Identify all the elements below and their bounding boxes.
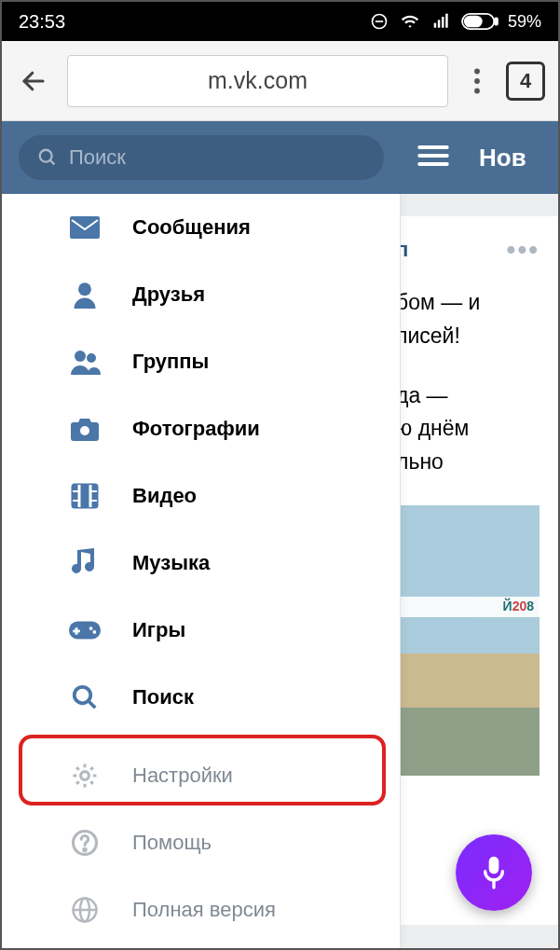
- voice-search-button[interactable]: [456, 834, 532, 911]
- menu-item-games[interactable]: Игры: [2, 597, 400, 664]
- gamepad-icon: [69, 614, 101, 646]
- svg-point-11: [474, 78, 480, 84]
- svg-point-34: [75, 687, 91, 704]
- menu-label: Поиск: [132, 685, 194, 709]
- menu-item-friends[interactable]: Друзья: [2, 261, 400, 328]
- menu-label: Полная версия: [132, 898, 276, 922]
- svg-point-20: [75, 351, 86, 362]
- vk-search-input[interactable]: Поиск: [19, 135, 384, 180]
- menu-label: Видео: [132, 484, 197, 508]
- feed-card-menu[interactable]: •••: [507, 229, 540, 269]
- menu-label: Сообщения: [132, 215, 251, 240]
- menu-item-photos[interactable]: Фотографии: [2, 395, 400, 462]
- menu-divider: [2, 731, 400, 742]
- menu-label: Группы: [132, 350, 209, 374]
- menu-toggle-button[interactable]: [417, 144, 449, 172]
- menu-item-messages[interactable]: Сообщения: [2, 194, 400, 261]
- gear-icon: [69, 760, 101, 792]
- search-icon: [69, 682, 101, 713]
- android-status-bar: 23:53 59%: [2, 2, 558, 41]
- svg-point-33: [93, 630, 97, 634]
- vk-header: Поиск Нов: [2, 121, 558, 194]
- svg-point-12: [474, 88, 480, 93]
- person-icon: [69, 279, 101, 310]
- svg-point-21: [87, 353, 96, 363]
- browser-url-bar[interactable]: m.vk.com: [67, 55, 448, 107]
- menu-item-music[interactable]: Музыка: [2, 530, 400, 597]
- menu-item-groups[interactable]: Группы: [2, 328, 400, 395]
- side-menu: Сообщения Друзья Группы Фотографии Видео: [2, 194, 401, 948]
- svg-point-22: [80, 426, 89, 435]
- cellular-icon: [431, 12, 452, 31]
- browser-back-button[interactable]: [15, 62, 52, 100]
- feed-text: бом — и писей! да — ю днём льно: [396, 286, 540, 478]
- svg-rect-3: [438, 20, 441, 27]
- svg-rect-2: [434, 23, 437, 28]
- svg-point-32: [89, 626, 93, 630]
- svg-rect-8: [465, 17, 482, 27]
- page-title-fragment: Нов: [479, 144, 526, 172]
- svg-point-38: [84, 848, 87, 851]
- menu-label: Друзья: [132, 282, 205, 307]
- hamburger-icon: [417, 144, 449, 168]
- kebab-icon: [473, 68, 481, 94]
- svg-point-13: [40, 150, 52, 162]
- url-text: m.vk.com: [208, 67, 307, 94]
- envelope-icon: [69, 212, 101, 243]
- svg-rect-4: [442, 17, 444, 28]
- do-not-disturb-icon: [370, 12, 389, 31]
- help-icon: [69, 827, 101, 859]
- menu-label: Фотографии: [132, 417, 260, 441]
- search-icon: [37, 147, 58, 168]
- search-placeholder: Поиск: [69, 145, 126, 170]
- film-icon: [69, 480, 101, 512]
- svg-line-35: [89, 701, 96, 709]
- feed-source-row: п •••: [396, 229, 540, 269]
- menu-item-help[interactable]: Помощь: [2, 809, 400, 876]
- menu-label: Помощь: [132, 831, 212, 855]
- arrow-left-icon: [20, 67, 48, 95]
- camera-icon: [69, 413, 101, 445]
- svg-rect-5: [445, 14, 448, 28]
- menu-item-full-version[interactable]: Полная версия: [2, 876, 400, 943]
- browser-menu-button[interactable]: [463, 62, 491, 100]
- feed-image-banner: Й 20 8: [396, 597, 540, 617]
- people-icon: [69, 346, 101, 378]
- content-area: п ••• бом — и писей! да — ю днём льно Й …: [2, 194, 558, 948]
- menu-item-search[interactable]: Поиск: [2, 664, 400, 731]
- wifi-icon: [398, 12, 422, 31]
- browser-tabs-button[interactable]: 4: [506, 62, 545, 101]
- svg-rect-31: [73, 630, 80, 633]
- tab-count-value: 4: [520, 69, 531, 93]
- feed-image[interactable]: Й 20 8: [396, 505, 540, 776]
- globe-icon: [69, 894, 101, 926]
- menu-label: Настройки: [132, 764, 233, 788]
- svg-rect-23: [73, 485, 97, 507]
- news-feed-card[interactable]: п ••• бом — и писей! да — ю днём льно Й …: [390, 216, 558, 925]
- svg-point-19: [78, 282, 91, 296]
- menu-item-exit[interactable]: Выход: [2, 943, 400, 948]
- microphone-icon: [479, 854, 509, 891]
- menu-label: Игры: [132, 618, 185, 642]
- menu-item-settings[interactable]: Настройки: [2, 742, 400, 809]
- music-icon: [69, 547, 101, 579]
- browser-toolbar: m.vk.com 4: [2, 41, 558, 121]
- svg-rect-18: [70, 216, 100, 239]
- status-right-cluster: 59%: [370, 12, 541, 32]
- svg-point-36: [81, 772, 89, 780]
- svg-rect-7: [495, 18, 498, 24]
- battery-percent: 59%: [508, 12, 541, 32]
- svg-rect-43: [489, 857, 499, 874]
- svg-line-14: [50, 160, 55, 165]
- battery-icon: [461, 13, 499, 30]
- status-time: 23:53: [19, 11, 65, 33]
- menu-item-video[interactable]: Видео: [2, 462, 400, 530]
- menu-label: Музыка: [132, 551, 210, 575]
- svg-point-10: [474, 68, 480, 74]
